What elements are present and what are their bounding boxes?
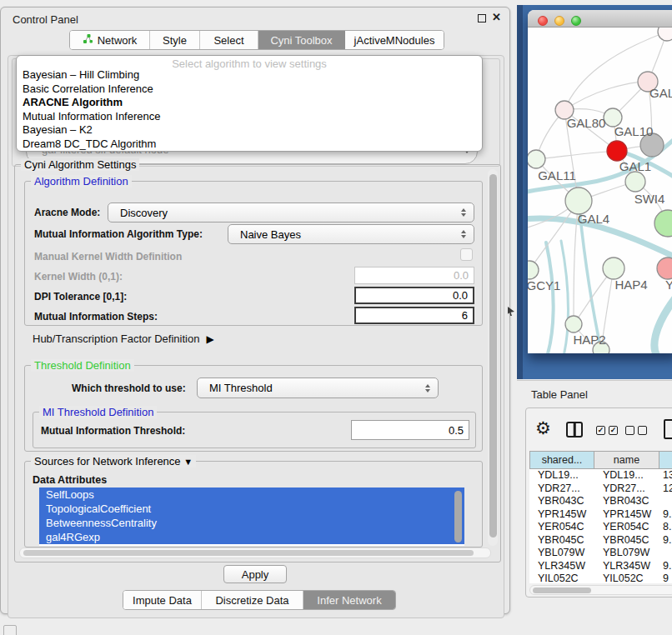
settings-hscrollbar[interactable]	[19, 548, 491, 558]
close-icon[interactable]: ✕	[492, 11, 501, 23]
mi-type-combo[interactable]: Naive Bayes	[228, 224, 474, 244]
mi-threshold-label: Mutual Information Threshold:	[41, 425, 185, 437]
node-gal4[interactable]	[565, 188, 592, 214]
list-item-betweennesscentrality[interactable]: BetweennessCentrality	[39, 516, 464, 530]
manual-kernel-checkbox[interactable]	[460, 248, 473, 261]
table-row[interactable]: YBR045CYBR045C9.	[529, 534, 672, 548]
tab-discretize-data[interactable]: Discretize Data	[202, 591, 303, 609]
node-gal1[interactable]	[607, 141, 627, 161]
sources-title: Sources for Network Inference	[34, 455, 181, 468]
aracne-mode-combo[interactable]: Discovery	[108, 202, 474, 222]
node-swi4[interactable]	[625, 172, 645, 192]
edge	[546, 242, 554, 353]
sources-expander[interactable]: Sources for Network Inference ▼	[31, 455, 196, 468]
table-row[interactable]: YIL052CYIL052C9	[529, 572, 672, 583]
node-label: HAP2	[573, 332, 605, 347]
table-row[interactable]: YPR145WYPR145W9.	[529, 508, 672, 522]
node-unlabeled-green[interactable]	[654, 210, 672, 237]
stepper-icon	[461, 208, 466, 217]
tab-label: Style	[163, 34, 187, 47]
kernel-width-label: Kernel Width (0,1):	[34, 271, 123, 282]
table-row[interactable]: YER054CYER054C8.	[529, 521, 672, 534]
network-canvas[interactable]: GAL GAL80 GAL10 GAL1 GAL11 SWI4 GAL4 GCY…	[528, 28, 672, 353]
tab-select[interactable]: Select	[200, 31, 258, 49]
tab-label: Select	[213, 34, 243, 47]
table-hscrollbar[interactable]	[529, 585, 672, 595]
unchecked-box-icon	[625, 426, 634, 435]
tab-impute-data[interactable]: Impute Data	[123, 591, 202, 609]
data-attributes-list: SelfLoops TopologicalCoefficient Between…	[39, 488, 464, 546]
corner-chip	[3, 625, 17, 635]
menu-item-dream8[interactable]: Dream8 DC_TDC Algorithm	[17, 138, 482, 152]
tab-cyni-toolbox[interactable]: Cyni Toolbox	[258, 31, 345, 49]
tab-style[interactable]: Style	[150, 31, 200, 49]
table-hscroll-thumb[interactable]	[533, 588, 591, 593]
menu-item-bayesian-k2[interactable]: Bayesian – K2	[17, 123, 482, 138]
node-y-cut[interactable]	[657, 258, 672, 279]
network-window-titlebar[interactable]	[528, 10, 672, 28]
mi-type-value: Naive Bayes	[240, 228, 301, 241]
list-item-selfloops[interactable]: SelfLoops	[39, 488, 464, 502]
control-panel-tabbar: Network Style Select Cyni Toolbox jActiv…	[69, 30, 444, 50]
column-header-name[interactable]: name	[594, 451, 659, 469]
which-threshold-combo[interactable]: MI Threshold	[197, 378, 439, 398]
columns-icon[interactable]	[566, 422, 583, 438]
attributes-vscroll-thumb[interactable]	[454, 491, 462, 542]
float-window-icon[interactable]	[478, 14, 486, 22]
kernel-width-value: 0.0	[454, 269, 469, 282]
tab-label: Impute Data	[133, 594, 192, 607]
algorithm-dropdown-popup: Select algorithm to view settings Bayesi…	[16, 55, 483, 152]
deselect-all-columns-icon[interactable]	[625, 426, 647, 435]
kernel-width-field[interactable]: 0.0	[354, 267, 474, 284]
threshold-definition-title: Threshold Definition	[31, 359, 134, 372]
menu-item-bayesian-hill-climbing[interactable]: Bayesian – Hill Climbing	[17, 68, 482, 82]
node-gal11[interactable]	[528, 150, 545, 168]
node-hap4[interactable]	[603, 258, 624, 279]
stepper-icon	[461, 230, 466, 238]
algorithm-definition-title: Algorithm Definition	[31, 175, 132, 188]
document-icon[interactable]	[664, 419, 672, 439]
table-settings-gear[interactable]: ⚙	[535, 419, 551, 438]
list-item-gal4rgexp[interactable]: gal4RGexp	[39, 530, 464, 544]
aracne-mode-value: Discovery	[120, 207, 168, 219]
node-label: GAL	[649, 86, 672, 100]
list-item-topologicalcoefficient[interactable]: TopologicalCoefficient	[39, 502, 464, 516]
table-row[interactable]: YDL19...YDL19...13	[529, 469, 672, 482]
menu-item-basic-correlation[interactable]: Basic Correlation Inference	[17, 82, 482, 97]
menu-item-mutual-information[interactable]: Mutual Information Inference	[17, 110, 482, 124]
minimize-traffic-light[interactable]	[554, 16, 564, 26]
checked-box-icon: ✓	[609, 426, 618, 435]
settings-vscrollbar[interactable]	[488, 169, 498, 546]
node-label: HAP4	[614, 278, 647, 292]
dpi-tolerance-value: 0.0	[453, 289, 468, 302]
tab-network[interactable]: Network	[70, 31, 150, 49]
column-header-shared[interactable]: shared...	[529, 451, 594, 469]
tab-label: Cyni Toolbox	[270, 34, 332, 47]
table-row[interactable]: YDR27...YDR27...12	[529, 482, 672, 496]
node-unlabeled-top[interactable]	[658, 28, 672, 41]
node-gcy1[interactable]	[528, 261, 539, 279]
table-row[interactable]: YBL079WYBL079W	[529, 547, 672, 560]
table-row[interactable]: YBR043CYBR043C	[529, 495, 672, 508]
select-all-columns-icon[interactable]: ✓ ✓	[596, 426, 618, 435]
dpi-tolerance-field[interactable]: 0.0	[354, 287, 474, 304]
table-row[interactable]: YLR345WYLR345W9.	[529, 560, 672, 573]
column-header-third[interactable]	[659, 451, 672, 469]
table-header: shared... name	[529, 451, 672, 469]
node-hap2[interactable]	[565, 316, 582, 332]
dpi-tolerance-label: DPI Tolerance [0,1]:	[34, 291, 127, 302]
zoom-traffic-light[interactable]	[571, 16, 581, 26]
menu-item-aracne[interactable]: ARACNE Algorithm	[17, 96, 482, 110]
apply-button[interactable]: Apply	[223, 565, 287, 583]
hub-factor-expander[interactable]: Hub/Transcription Factor Definition ▶	[33, 332, 214, 345]
tab-jactivemnodules[interactable]: jActiveMNodules	[345, 31, 444, 49]
tab-label: Infer Network	[317, 594, 381, 607]
edge	[654, 292, 672, 353]
settings-hscroll-thumb[interactable]	[23, 550, 474, 556]
tab-infer-network[interactable]: Infer Network	[303, 591, 395, 609]
close-traffic-light[interactable]	[538, 16, 548, 26]
checked-box-icon: ✓	[596, 426, 605, 435]
mi-steps-field[interactable]: 6	[354, 307, 474, 324]
settings-vscroll-thumb[interactable]	[489, 174, 497, 538]
mi-threshold-field[interactable]: 0.5	[351, 420, 469, 440]
